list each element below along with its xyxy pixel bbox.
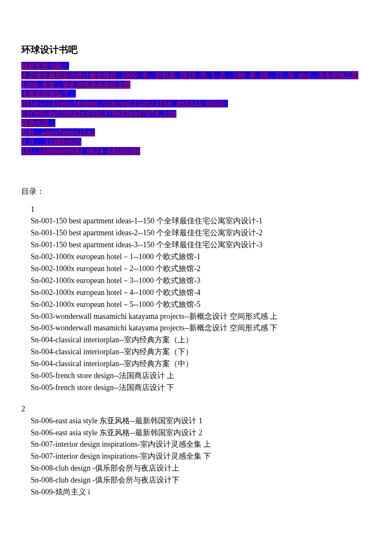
list-item: Sn-002-1000x european hotel－2--1000 个欧式旅… <box>31 263 371 275</box>
section-2-list: Sn-006-east asia style 东亚风格--最新韩国室内设计 1S… <box>21 415 371 498</box>
list-item: Sn-002-1000x european hotel－3--1000 个欧式旅… <box>31 275 371 287</box>
promo-block: 最新更新书籍： 本店推出最新室内设计最全版近 1000 本，更新至 2010 年… <box>21 61 371 156</box>
page-title: 环球设计书吧 <box>21 43 371 57</box>
promo-link-label: 本套装链接如下： <box>21 90 76 98</box>
list-item: Sn-004-classical interiorplan--室内经典方案（上） <box>31 334 371 346</box>
list-item: Sn-002-1000x european hotel－1--1000 个欧式旅… <box>31 251 371 263</box>
list-item: Sn-004-classical interiorplan--室内经典方案（中） <box>31 358 371 370</box>
list-item: Sn-008-club design -俱乐部会所与夜店设计下 <box>31 474 371 486</box>
list-item: Sn-002-1000x european hotel－4--1000 个欧式旅… <box>31 287 371 299</box>
contact-tel: TEL:15805604983 0574-88189389 <box>21 147 140 155</box>
list-item: Sn-006-east asia style 东亚风格--最新韩国室内设计 1 <box>31 415 371 427</box>
list-item: Sn-001-150 best apartment ideas-1--150 个… <box>31 215 371 227</box>
section-1-list: Sn-001-150 best apartment ideas-1--150 个… <box>21 215 371 393</box>
list-item: Sn-004-classical interiorplan--室内经典方案（下） <box>31 346 371 358</box>
promo-description: 本店推出最新室内设计最全版近 1000 本，更新至 2010 年 1 月，280… <box>21 71 358 89</box>
list-item: Sn-001-150 best apartment ideas-2--150 个… <box>31 227 371 239</box>
list-item: Sn-003-wonderwall masamichi katayama pro… <box>31 322 371 334</box>
list-item: Sn-008-club design -俱乐部会所与夜店设计上 <box>31 462 371 474</box>
promo-url-link[interactable]: http://item.taobao.com/auction/item_deta… <box>21 100 228 118</box>
list-item: Sn-007-interior design inspirations-室内设计… <box>31 439 371 451</box>
promo-latest-label: 最新更新书籍： <box>21 62 69 70</box>
list-item: Sn-002-1000x european hotel－5--1000 个欧式旅… <box>31 299 371 311</box>
list-item: Sn-006-east asia style 东亚风格--最新韩国室内设计 2 <box>31 427 371 439</box>
section-2-number: 2 <box>21 403 371 415</box>
toc-heading: 目录： <box>21 186 371 198</box>
contact-label: 联系方式： <box>21 119 55 127</box>
list-item: Sn-007-interior design inspirations-室内设计… <box>31 451 371 462</box>
list-item: Sn-009-炫尚主义 i <box>31 486 371 498</box>
list-item: Sn-005-french store design--法国商店设计 下 <box>31 382 371 394</box>
list-item: Sn-001-150 best apartment ideas-3--150 个… <box>31 239 371 251</box>
contact-qq: Q Q： 119854625 <box>21 138 81 146</box>
list-item: Sn-003-wonderwall masamichi katayama pro… <box>31 311 371 323</box>
contact-wangwang: 旺旺：wangfengxilai <box>21 128 95 136</box>
section-1-number: 1 <box>31 204 371 216</box>
list-item: Sn-005-french store design--法国商店设计 上 <box>31 370 371 382</box>
